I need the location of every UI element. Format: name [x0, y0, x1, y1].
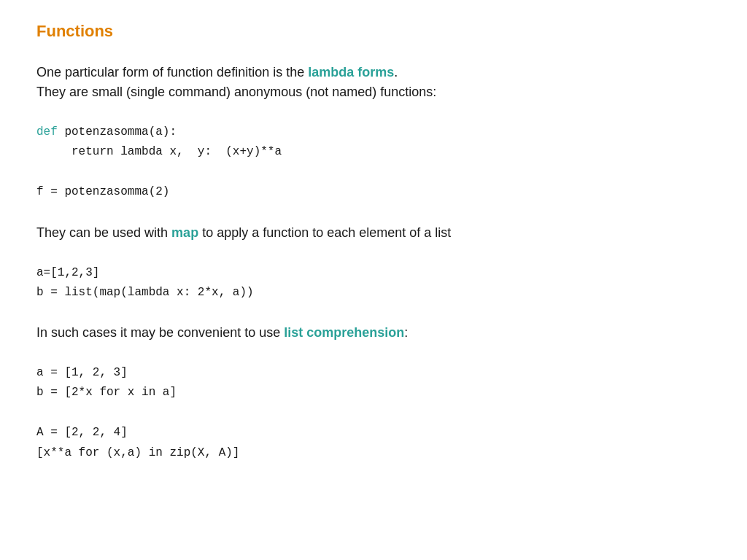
intro-text-line2: They are small (single command) anonymou…	[36, 85, 436, 99]
code-block-3: a=[1,2,3] b = list(map(lambda x: 2*x, a)…	[36, 263, 711, 303]
code-line: a = [1, 2, 3]	[36, 363, 711, 383]
code-text: a = [1, 2, 3]	[36, 366, 128, 379]
code-text: b = list(map(lambda x: 2*x, a))	[36, 286, 254, 299]
code-block-5: A = [2, 2, 4] [x**a for (x,a) in zip(X, …	[36, 423, 711, 462]
code-text: f = potenzasomma(2)	[36, 185, 169, 198]
listcomp-paragraph: In such cases it may be convenient to us…	[36, 323, 711, 343]
code-line: return lambda x, y: (x+y)**a	[36, 142, 711, 162]
map-link[interactable]: map	[171, 225, 198, 240]
code-text: b = [2*x for x in a]	[36, 386, 177, 399]
code-block-2: f = potenzasomma(2)	[36, 182, 711, 202]
listcomp-link[interactable]: list comprehension	[284, 325, 404, 340]
code-text: A = [2, 2, 4]	[36, 426, 128, 439]
keyword-def: def	[36, 125, 58, 139]
intro-text-end: .	[394, 65, 398, 79]
lambda-forms-link[interactable]: lambda forms	[308, 65, 394, 79]
listcomp-text-after: :	[404, 325, 408, 340]
code-line: A = [2, 2, 4]	[36, 423, 711, 443]
listcomp-text-before: In such cases it may be convenient to us…	[36, 325, 284, 340]
map-text-before: They can be used with	[36, 225, 171, 240]
code-line: a=[1,2,3]	[36, 263, 711, 283]
code-line: def potenzasomma(a):	[36, 122, 711, 142]
code-text: return lambda x, y: (x+y)**a	[36, 145, 282, 158]
code-line: [x**a for (x,a) in zip(X, A)]	[36, 443, 711, 463]
map-text-after: to apply a function to each element of a…	[198, 225, 451, 240]
intro-paragraph: One particular form of function definiti…	[36, 63, 711, 102]
code-block-4: a = [1, 2, 3] b = [2*x for x in a]	[36, 363, 711, 402]
code-block-1: def potenzasomma(a): return lambda x, y:…	[36, 122, 711, 162]
map-paragraph: They can be used with map to apply a fun…	[36, 223, 711, 243]
code-text: a=[1,2,3]	[36, 266, 99, 279]
code-line: f = potenzasomma(2)	[36, 182, 711, 202]
intro-text-before: One particular form of function definiti…	[36, 65, 308, 79]
code-line: b = list(map(lambda x: 2*x, a))	[36, 283, 711, 303]
page-title: Functions	[36, 22, 711, 41]
code-line: b = [2*x for x in a]	[36, 383, 711, 402]
code-text: potenzasomma(a):	[58, 125, 177, 139]
code-text: [x**a for (x,a) in zip(X, A)]	[36, 446, 239, 459]
